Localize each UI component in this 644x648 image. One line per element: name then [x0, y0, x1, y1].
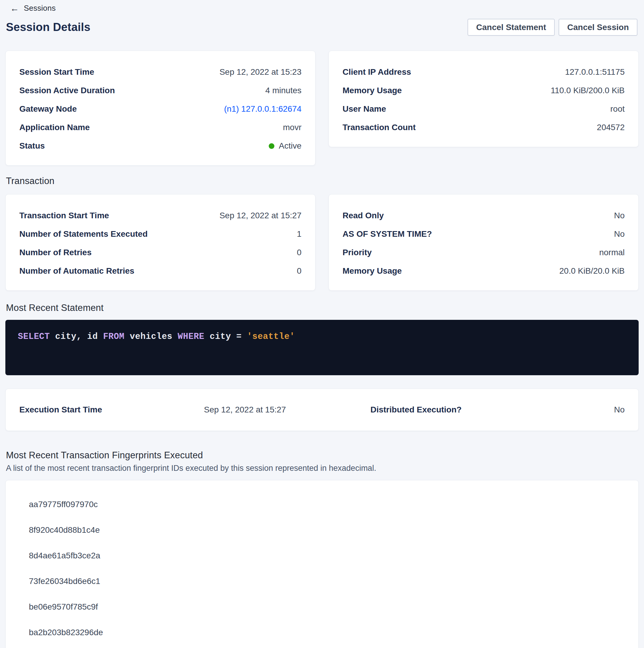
row-value: movr [283, 123, 301, 132]
row-label: Session Active Duration [19, 86, 115, 95]
fingerprint-item: be06e9570f785c9f [6, 594, 638, 620]
row-value: normal [599, 248, 625, 257]
header-actions: Cancel Statement Cancel Session [468, 19, 639, 36]
read-only-row: Read Only No [343, 206, 625, 225]
retries-row: Number of Retries 0 [19, 243, 301, 262]
row-label: Memory Usage [343, 86, 402, 95]
row-label: Read Only [343, 211, 384, 220]
transaction-count-row: Transaction Count 204572 [343, 118, 625, 137]
execution-start-time-label: Execution Start Time [19, 405, 204, 415]
user-name-row: User Name root [343, 100, 625, 118]
fingerprints-card: aa79775ff097970c8f920c40d88b1c4e8d4ae61a… [5, 480, 639, 648]
fingerprints-description: A list of the most recent transaction fi… [6, 464, 639, 473]
transaction-section-title: Transaction [6, 176, 639, 186]
row-label: AS OF SYSTEM TIME? [343, 229, 432, 239]
row-value: 0 [297, 266, 301, 276]
page-title: Session Details [6, 21, 91, 34]
row-label: Transaction Count [343, 123, 416, 132]
row-label: Status [19, 141, 45, 151]
row-label: Transaction Start Time [19, 211, 109, 220]
transaction-left-card: Transaction Start Time Sep 12, 2022 at 1… [5, 194, 315, 291]
row-value: 110.0 KiB/200.0 KiB [550, 86, 625, 95]
as-of-system-time-row: AS OF SYSTEM TIME? No [343, 225, 625, 243]
client-ip-row: Client IP Address 127.0.0.1:51175 [343, 63, 625, 81]
row-value: 20.0 KiB/20.0 KiB [560, 266, 625, 276]
session-overview-card: Session Start Time Sep 12, 2022 at 15:23… [5, 51, 315, 166]
row-label: Number of Retries [19, 248, 92, 257]
cancel-session-button[interactable]: Cancel Session [559, 19, 637, 36]
sql-token-keyword: WHERE [178, 332, 204, 341]
sql-statement-block: SELECT city, id FROM vehicles WHERE city… [5, 320, 639, 375]
automatic-retries-row: Number of Automatic Retries 0 [19, 262, 301, 280]
row-value: 204572 [597, 123, 625, 132]
row-label: Client IP Address [343, 67, 411, 77]
status-badge: Active [269, 141, 301, 151]
row-label: Application Name [19, 123, 90, 132]
distributed-execution-value: No [531, 405, 625, 415]
page-header: Session Details Cancel Statement Cancel … [6, 19, 639, 36]
sql-token-string: 'seattle' [247, 332, 295, 341]
execution-card: Execution Start Time Sep 12, 2022 at 15:… [5, 389, 639, 431]
transaction-start-time-row: Transaction Start Time Sep 12, 2022 at 1… [19, 206, 301, 225]
status-text: Active [279, 141, 301, 151]
sql-token-plain: vehicles [124, 332, 178, 341]
gateway-node-link[interactable]: (n1) 127.0.0.1:62674 [224, 104, 301, 114]
sql-token-keyword: FROM [103, 332, 124, 341]
status-dot-icon [269, 143, 274, 149]
row-value: root [610, 104, 625, 114]
row-label: Gateway Node [19, 104, 77, 114]
transaction-cards-row: Transaction Start Time Sep 12, 2022 at 1… [5, 194, 639, 291]
priority-row: Priority normal [343, 243, 625, 262]
statements-executed-row: Number of Statements Executed 1 [19, 225, 301, 243]
execution-start-time-value: Sep 12, 2022 at 15:27 [204, 405, 370, 415]
row-label: Memory Usage [343, 266, 402, 276]
gateway-node-row: Gateway Node (n1) 127.0.0.1:62674 [19, 100, 301, 118]
sql-token-plain: city = [204, 332, 247, 341]
row-value: Sep 12, 2022 at 15:23 [219, 67, 301, 77]
row-value: 0 [297, 248, 301, 257]
session-start-time-row: Session Start Time Sep 12, 2022 at 15:23 [19, 63, 301, 81]
txn-memory-usage-row: Memory Usage 20.0 KiB/20.0 KiB [343, 262, 625, 280]
row-value: 4 minutes [266, 86, 301, 95]
sql-token-keyword: SELECT [18, 332, 50, 341]
status-row: Status Active [19, 137, 301, 155]
session-details-page: ← Sessions Session Details Cancel Statem… [0, 0, 644, 648]
row-label: Number of Statements Executed [19, 229, 148, 239]
row-label: Number of Automatic Retries [19, 266, 134, 276]
transaction-right-card: Read Only No AS OF SYSTEM TIME? No Prior… [329, 194, 639, 291]
sql-token-plain: city, id [50, 332, 103, 341]
fingerprints-section-title: Most Recent Transaction Fingerprints Exe… [6, 450, 639, 461]
fingerprint-item: 8d4ae61a5fb3ce2a [6, 543, 638, 569]
memory-usage-row: Memory Usage 110.0 KiB/200.0 KiB [343, 81, 625, 100]
fingerprint-item: ba2b203b823296de [6, 620, 638, 645]
breadcrumb: ← Sessions [5, 0, 639, 13]
application-name-row: Application Name movr [19, 118, 301, 137]
row-value: 1 [297, 229, 301, 239]
distributed-execution-label: Distributed Execution? [370, 405, 531, 415]
fingerprint-item: aa79775ff097970c [6, 492, 638, 517]
back-arrow-icon[interactable]: ← [10, 4, 19, 13]
row-label: Priority [343, 248, 372, 257]
statement-section-title: Most Recent Statement [6, 303, 639, 313]
fingerprint-list: aa79775ff097970c8f920c40d88b1c4e8d4ae61a… [6, 492, 638, 645]
client-info-card: Client IP Address 127.0.0.1:51175 Memory… [329, 51, 639, 147]
row-value: No [614, 211, 625, 220]
row-value: No [614, 229, 625, 239]
fingerprint-item: 73fe26034bd6e6c1 [6, 569, 638, 594]
fingerprint-item: 8f920c40d88b1c4e [6, 517, 638, 543]
session-cards-row: Session Start Time Sep 12, 2022 at 15:23… [5, 51, 639, 166]
row-value: Sep 12, 2022 at 15:27 [219, 211, 301, 220]
cancel-statement-button[interactable]: Cancel Statement [468, 19, 555, 36]
row-value: 127.0.0.1:51175 [565, 67, 625, 77]
row-label: User Name [343, 104, 386, 114]
session-active-duration-row: Session Active Duration 4 minutes [19, 81, 301, 100]
sql-statement: SELECT city, id FROM vehicles WHERE city… [18, 332, 295, 341]
row-label: Session Start Time [19, 67, 94, 77]
back-link[interactable]: Sessions [24, 4, 56, 13]
